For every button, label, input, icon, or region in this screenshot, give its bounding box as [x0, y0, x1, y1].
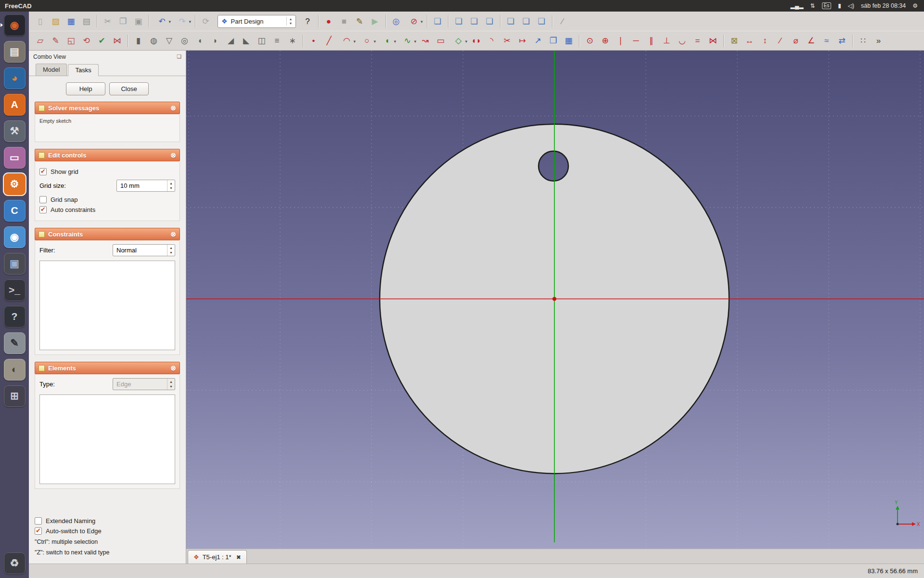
- whats-this-button[interactable]: ?: [300, 13, 315, 29]
- refresh-button[interactable]: ⟳: [198, 13, 213, 29]
- sketch-canvas[interactable]: Y X: [186, 51, 924, 549]
- gimp-launcher-button[interactable]: ◐: [1, 357, 27, 381]
- constraints-list[interactable]: [39, 261, 175, 350]
- grid-size-input[interactable]: 10 mm ▲▼: [116, 180, 175, 192]
- draft-button[interactable]: ◣: [239, 33, 254, 49]
- collapse-icon[interactable]: ⊗: [170, 365, 176, 371]
- create-slot-button[interactable]: ◖◗: [469, 33, 484, 49]
- right-view-button[interactable]: ❏: [482, 13, 497, 29]
- trim-edge-button[interactable]: ✂: [500, 33, 514, 49]
- carbon-copy-button[interactable]: ❐: [546, 33, 561, 49]
- constraint-filter-select[interactable]: Normal ▲▼: [113, 244, 175, 256]
- external-geometry-button[interactable]: ↗: [530, 33, 545, 49]
- solver-messages-header[interactable]: Solver messages ⊗: [35, 102, 180, 114]
- constraint-vertical-distance-button[interactable]: ↕: [757, 33, 772, 49]
- toolbar-overflow-button[interactable]: »: [871, 33, 886, 49]
- measure-distance-button[interactable]: ∕: [555, 13, 570, 29]
- collapse-icon[interactable]: ⊗: [170, 152, 176, 158]
- validate-sketch-button[interactable]: ✔: [94, 33, 109, 49]
- axonometric-view-button[interactable]: ❏: [430, 13, 445, 29]
- edit-controls-header[interactable]: Edit controls ⊗: [35, 149, 180, 161]
- panel-float-icon[interactable]: ❏: [177, 53, 181, 60]
- new-document-button[interactable]: ▯: [33, 13, 48, 29]
- help-viewer-launcher-button[interactable]: ?: [1, 304, 27, 328]
- grid-snap-checkbox[interactable]: [39, 196, 47, 203]
- select-elements-button[interactable]: ∷: [856, 33, 871, 49]
- network-indicator[interactable]: ⇅: [807, 0, 819, 12]
- elements-header[interactable]: Elements ⊗: [35, 362, 180, 374]
- create-arc-button[interactable]: ◠: [337, 33, 357, 49]
- construction-mode-button[interactable]: ▦: [561, 33, 576, 49]
- create-point-button[interactable]: •: [306, 33, 321, 49]
- macro-edit-button[interactable]: ✎: [352, 13, 367, 29]
- auto-constraints-checkbox[interactable]: [39, 206, 47, 213]
- select-arrows-icon[interactable]: ▲▼: [167, 245, 175, 256]
- constraint-horizontal-distance-button[interactable]: ↔: [742, 33, 757, 49]
- create-bspline-button[interactable]: ∿: [398, 33, 417, 49]
- constraint-parallel-button[interactable]: ∥: [644, 33, 659, 49]
- groove-button[interactable]: ◖: [192, 33, 207, 49]
- rear-view-button[interactable]: ❏: [503, 13, 518, 29]
- constraint-point-on-object-button[interactable]: ⊕: [598, 33, 613, 49]
- open-document-button[interactable]: ▨: [48, 13, 63, 29]
- top-view-button[interactable]: ❏: [467, 13, 482, 29]
- constraints-header[interactable]: Constraints ⊗: [35, 228, 180, 240]
- fit-all-button[interactable]: ◎: [389, 13, 404, 29]
- screenshot-tool-launcher-button[interactable]: ▣: [1, 251, 27, 276]
- workspace-switcher-launcher-button[interactable]: ⊞: [1, 384, 27, 408]
- constraint-symmetric-button[interactable]: ⋈: [706, 33, 720, 49]
- tab-model[interactable]: Model: [36, 64, 67, 76]
- software-center-launcher-button[interactable]: A: [1, 92, 27, 117]
- cut-button[interactable]: ✂: [100, 13, 115, 29]
- constraint-vertical-button[interactable]: ∣: [613, 33, 628, 49]
- terminal-launcher-button[interactable]: >_: [1, 278, 27, 302]
- undo-button[interactable]: ↶: [152, 13, 172, 29]
- origin-point[interactable]: [552, 297, 556, 301]
- help-button[interactable]: Help: [66, 82, 105, 95]
- create-sketch-button[interactable]: ▱: [33, 33, 48, 49]
- mirrored-button[interactable]: ◫: [254, 33, 269, 49]
- elements-list[interactable]: [39, 394, 175, 484]
- file-manager-launcher-button[interactable]: ▤: [1, 39, 27, 64]
- dash-home-launcher-button[interactable]: ◉: [1, 13, 27, 37]
- copy-button[interactable]: ❐: [116, 13, 130, 29]
- clock-indicator[interactable]: sáb feb 28 08:34: [858, 0, 909, 12]
- workbench-selector[interactable]: ❖ Part Design ▲▼: [218, 15, 296, 28]
- volume-indicator[interactable]: ◁): [845, 0, 858, 12]
- print-document-button[interactable]: ▤: [79, 13, 94, 29]
- web-browser-launcher-button[interactable]: ◉: [1, 225, 27, 249]
- reorient-sketch-button[interactable]: ⟲: [79, 33, 94, 49]
- fillet-feature-button[interactable]: ◗: [208, 33, 223, 49]
- constraint-distance-button[interactable]: ∕: [773, 33, 788, 49]
- system-tools-launcher-button[interactable]: ⚒: [1, 119, 27, 143]
- macro-stop-button[interactable]: ■: [337, 13, 352, 29]
- pocket-button[interactable]: ▽: [162, 33, 177, 49]
- chamfer-button[interactable]: ◢: [223, 33, 238, 49]
- bottom-view-button[interactable]: ❏: [519, 13, 534, 29]
- battery-indicator[interactable]: ▮: [834, 0, 845, 12]
- text-editor-launcher-button[interactable]: ✎: [1, 331, 27, 355]
- trash-launcher-button[interactable]: ♻: [1, 551, 27, 575]
- keyboard-indicator[interactable]: Es: [819, 0, 835, 12]
- linear-pattern-button[interactable]: ≡: [270, 33, 284, 49]
- spinner-arrows-icon[interactable]: ▲▼: [167, 180, 175, 191]
- macro-record-button[interactable]: ●: [321, 13, 336, 29]
- constraint-equal-button[interactable]: =: [690, 33, 705, 49]
- constraint-lock-button[interactable]: ⊠: [727, 33, 742, 49]
- map-sketch-button[interactable]: ◱: [64, 33, 78, 49]
- hole-button[interactable]: ◎: [177, 33, 192, 49]
- pad-button[interactable]: ▮: [131, 33, 146, 49]
- collapse-icon[interactable]: ⊗: [170, 231, 176, 237]
- close-document-icon[interactable]: ✖: [236, 554, 241, 561]
- show-grid-checkbox[interactable]: [39, 168, 47, 175]
- paste-button[interactable]: ▣: [131, 13, 146, 29]
- create-rectangle-button[interactable]: ▭: [433, 33, 448, 49]
- create-polygon-button[interactable]: ◇: [449, 33, 468, 49]
- constraint-perpendicular-button[interactable]: ⊥: [659, 33, 674, 49]
- constraint-horizontal-button[interactable]: ─: [629, 33, 643, 49]
- create-conic-button[interactable]: ◖: [377, 33, 397, 49]
- firefox-launcher-button[interactable]: ◕: [1, 66, 27, 90]
- left-view-button[interactable]: ❏: [534, 13, 549, 29]
- save-document-button[interactable]: ▦: [64, 13, 78, 29]
- create-circle-button[interactable]: ○: [357, 33, 377, 49]
